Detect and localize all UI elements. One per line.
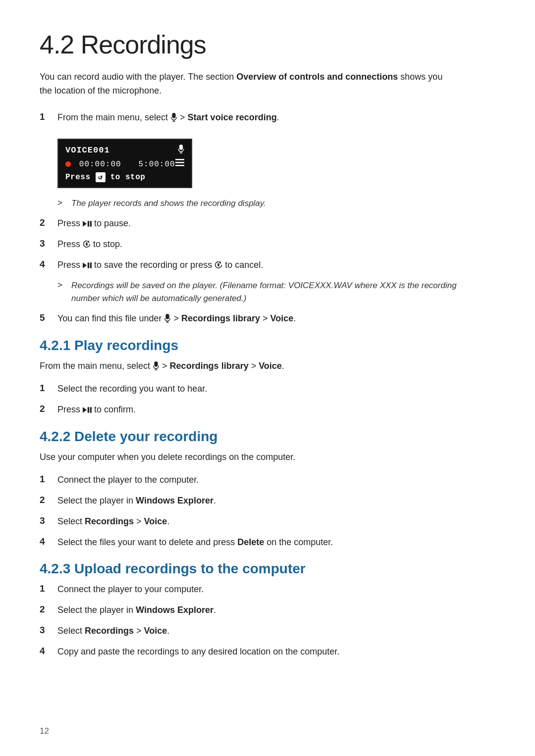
421-step-1: 1 Select the recording you want to hear.	[40, 382, 446, 396]
back-icon-display: ↺	[96, 172, 106, 182]
step-2: 2 Press to pause.	[40, 217, 446, 231]
step-number-5: 5	[40, 312, 57, 323]
step-number-3: 3	[40, 238, 57, 249]
svg-rect-19	[166, 314, 169, 319]
rec-title: VOICE001	[65, 146, 110, 155]
422-step-1: 1 Connect the player to the computer.	[40, 473, 446, 487]
mic-icon-2	[164, 313, 171, 327]
422-step-3: 3 Select Recordings > Voice.	[40, 515, 446, 529]
step-3-content: Press to stop.	[57, 238, 446, 252]
section-421-intro: From the main menu, select > Recordings …	[40, 359, 446, 373]
step-3: 3 Press to stop.	[40, 238, 446, 252]
step-4-note: > Recordings will be saved on the player…	[57, 279, 464, 305]
423-step-1: 1 Connect the player to your computer.	[40, 583, 446, 597]
step-5-content: You can find this file under > Recording…	[57, 312, 446, 326]
playpause-icon	[83, 218, 92, 232]
422-step-2: 2 Select the player in Windows Explorer.	[40, 494, 446, 508]
page-number: 12	[40, 726, 49, 736]
mic-icon	[170, 112, 177, 126]
stopback-icon-2	[214, 259, 222, 273]
stopback-icon	[83, 239, 91, 252]
rec-stop-row: Press ↺ to stop	[65, 172, 184, 182]
rec-dot	[65, 161, 71, 167]
step-1: 1 From the main menu, select > Start voi…	[40, 111, 446, 125]
step-5: 5 You can find this file under > Recordi…	[40, 312, 446, 326]
playpause-icon-3	[83, 404, 92, 418]
step-1-note: > The player records and shows the recor…	[57, 197, 464, 210]
section-422-steps: 1 Connect the player to the computer. 2 …	[40, 473, 495, 550]
svg-rect-18	[218, 263, 219, 266]
intro-paragraph: You can record audio with the player. Th…	[40, 70, 446, 98]
svg-marker-25	[83, 407, 87, 412]
421-step-2: 2 Press to confirm.	[40, 403, 446, 417]
mic-icon-3	[153, 361, 160, 375]
section-423-steps: 1 Connect the player to your computer. 2…	[40, 583, 495, 659]
svg-rect-15	[88, 262, 89, 268]
svg-rect-8	[175, 165, 184, 166]
step-number-4: 4	[40, 258, 57, 270]
rec-mic-icon	[178, 145, 184, 156]
svg-rect-22	[154, 361, 158, 367]
section-422-title: 4.2.2 Delete your recording	[40, 429, 495, 445]
svg-rect-10	[88, 221, 89, 226]
svg-rect-27	[90, 407, 92, 412]
svg-marker-14	[83, 262, 87, 268]
step-number-1: 1	[40, 111, 57, 122]
svg-rect-6	[175, 159, 184, 160]
playpause-icon-2	[83, 259, 92, 273]
svg-marker-9	[83, 221, 87, 226]
page-title: 4.2 Recordings	[40, 30, 495, 59]
423-step-4: 4 Copy and paste the recordings to any d…	[40, 645, 446, 659]
svg-rect-11	[90, 221, 92, 226]
423-step-2: 2 Select the player in Windows Explorer.	[40, 604, 446, 617]
rec-list-icon	[175, 159, 184, 169]
section-423-title: 4.2.3 Upload recordings to the computer	[40, 561, 495, 577]
svg-rect-0	[172, 113, 175, 118]
svg-rect-13	[86, 243, 87, 246]
recording-display: VOICE001 00:00:00 5:00:00	[57, 139, 192, 188]
svg-rect-3	[179, 145, 183, 150]
rec-time: 00:00:00	[79, 160, 121, 169]
step-number-2: 2	[40, 217, 57, 228]
section-422-intro: Use your computer when you delete record…	[40, 451, 446, 464]
rec-duration: 5:00:00	[138, 160, 175, 169]
section-421-steps: 1 Select the recording you want to hear.…	[40, 382, 495, 417]
422-step-4: 4 Select the files your want to delete a…	[40, 536, 446, 550]
step-2-content: Press to pause.	[57, 217, 446, 231]
423-step-3: 3 Select Recordings > Voice.	[40, 624, 446, 638]
section-421-title: 4.2.1 Play recordings	[40, 338, 495, 353]
svg-rect-7	[175, 162, 184, 163]
step-4-content: Press to save the recording or press to …	[57, 258, 446, 272]
step-1-content: From the main menu, select > Start voice…	[57, 111, 446, 125]
step-4: 4 Press to save the recording or press t…	[40, 258, 446, 272]
svg-rect-16	[90, 262, 92, 268]
svg-rect-26	[88, 407, 89, 412]
